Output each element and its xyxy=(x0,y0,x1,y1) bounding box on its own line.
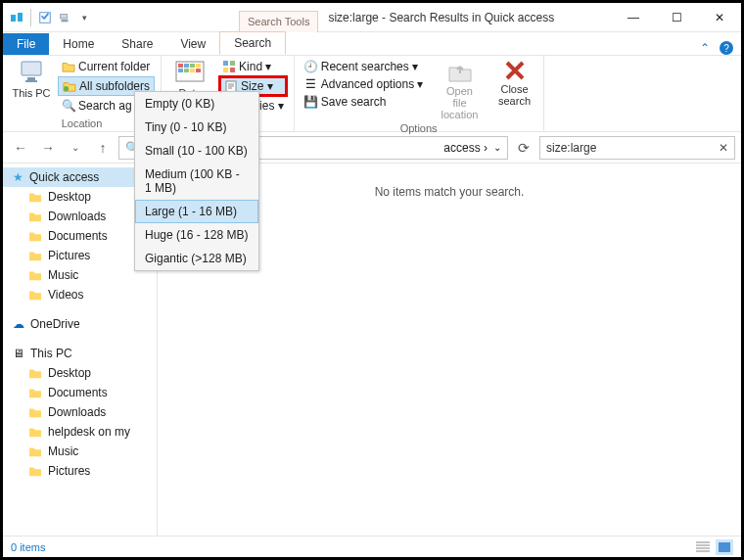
magnifier-icon: 🔍 xyxy=(62,99,75,113)
clock-icon: 🕘 xyxy=(304,60,318,73)
tab-share[interactable]: Share xyxy=(108,33,166,55)
size-option-medium[interactable]: Medium (100 KB - 1 MB) xyxy=(135,163,258,200)
titlebar: ▾ Search Tools size:large - Search Resul… xyxy=(3,3,741,32)
content-area: ★ Quick access Desktop📌 Downloads📌 Docum… xyxy=(3,163,741,536)
current-folder-button[interactable]: Current folder xyxy=(58,58,155,75)
svg-rect-17 xyxy=(196,69,201,72)
svg-rect-7 xyxy=(25,80,37,82)
svg-rect-19 xyxy=(230,61,235,66)
empty-results-text: No items match your search. xyxy=(375,185,525,199)
size-option-large[interactable]: Large (1 - 16 MB) xyxy=(135,200,258,223)
sidebar-item-pc-desktop[interactable]: Desktop xyxy=(3,363,157,383)
back-button[interactable]: ← xyxy=(9,136,32,160)
close-window-button[interactable]: ✕ xyxy=(698,3,741,32)
size-dropdown-menu: Empty (0 KB) Tiny (0 - 10 KB) Small (10 … xyxy=(134,91,259,271)
thumbnails-view-button[interactable] xyxy=(716,539,733,555)
forward-button: → xyxy=(36,136,60,160)
svg-rect-11 xyxy=(184,64,189,68)
star-icon: ★ xyxy=(13,170,23,184)
cloud-icon: ☁ xyxy=(13,317,24,331)
separator xyxy=(30,9,31,26)
svg-rect-0 xyxy=(11,15,16,22)
recent-searches-button[interactable]: 🕘 Recent searches ▾ xyxy=(301,58,428,75)
sidebar-item-onedrive[interactable]: ☁OneDrive xyxy=(3,314,157,334)
svg-point-8 xyxy=(64,86,69,91)
list-icon: ☰ xyxy=(304,77,318,91)
svg-rect-21 xyxy=(230,68,235,72)
size-option-empty[interactable]: Empty (0 KB) xyxy=(135,92,258,116)
window-title: size:large - Search Results in Quick acc… xyxy=(328,11,612,24)
size-option-gigantic[interactable]: Gigantic (>128 MB) xyxy=(135,247,258,270)
collapse-ribbon-icon[interactable]: ⌃ xyxy=(700,41,710,55)
svg-rect-14 xyxy=(178,69,183,72)
window-controls: — ☐ ✕ xyxy=(612,3,741,32)
size-option-small[interactable]: Small (10 - 100 KB) xyxy=(135,139,258,163)
group-location-label: Location xyxy=(9,117,155,131)
open-loc-label: Open file location xyxy=(440,85,481,120)
svg-rect-6 xyxy=(27,77,35,80)
sidebar-item-pc-pictures[interactable]: Pictures xyxy=(3,461,157,481)
properties-icon[interactable] xyxy=(37,10,53,25)
sidebar-item-this-pc[interactable]: 🖥This PC xyxy=(3,344,157,363)
svg-rect-10 xyxy=(178,64,183,68)
item-count: 0 items xyxy=(11,541,45,553)
close-search-label: Close search xyxy=(494,83,535,107)
help-icon[interactable]: ? xyxy=(720,41,733,55)
group-options: 🕘 Recent searches ▾ ☰ Advanced options ▾… xyxy=(295,56,544,131)
sidebar-item-pc-documents[interactable]: Documents xyxy=(3,383,157,402)
save-search-button[interactable]: 💾 Save search xyxy=(301,93,428,111)
ribbon: This PC Current folder All subfolders 🔍 … xyxy=(3,56,741,132)
up-button[interactable]: ↑ xyxy=(91,136,115,160)
advanced-options-button[interactable]: ☰ Advanced options ▾ xyxy=(301,75,428,93)
svg-rect-23 xyxy=(719,542,730,552)
svg-rect-13 xyxy=(196,64,201,68)
maximize-button[interactable]: ☐ xyxy=(655,3,698,32)
explorer-icon xyxy=(9,10,24,25)
tab-search[interactable]: Search xyxy=(219,31,286,55)
this-pc-button[interactable]: This PC xyxy=(9,58,54,115)
svg-rect-15 xyxy=(184,69,189,72)
refresh-button[interactable]: ⟳ xyxy=(512,136,535,160)
tab-view[interactable]: View xyxy=(166,33,219,55)
svg-rect-1 xyxy=(18,13,23,22)
group-options-label: Options xyxy=(301,122,537,136)
svg-rect-18 xyxy=(223,61,228,66)
sidebar-item-pc-downloads[interactable]: Downloads xyxy=(3,402,157,422)
svg-rect-5 xyxy=(22,62,41,75)
save-icon: 💾 xyxy=(304,95,318,109)
clear-search-icon[interactable]: ✕ xyxy=(719,141,728,155)
sidebar-item-pc-music[interactable]: Music xyxy=(3,442,157,461)
this-pc-label: This PC xyxy=(12,87,50,99)
open-file-location-button: Open file location xyxy=(438,58,483,122)
svg-rect-16 xyxy=(190,69,195,72)
search-tools-context-tab: Search Tools xyxy=(239,11,318,32)
details-view-button[interactable] xyxy=(694,539,712,555)
ribbon-tabs: File Home Share View Search ⌃ ? xyxy=(3,32,741,56)
minimize-button[interactable]: — xyxy=(612,3,655,32)
recent-locations-button[interactable]: ⌄ xyxy=(64,136,87,160)
search-box[interactable]: size:large ✕ xyxy=(539,136,735,160)
tab-file[interactable]: File xyxy=(3,33,49,55)
kind-button[interactable]: Kind ▾ xyxy=(218,58,288,75)
pc-icon: 🖥 xyxy=(13,347,24,360)
new-folder-icon[interactable] xyxy=(57,10,72,25)
close-search-button[interactable]: Close search xyxy=(492,58,537,122)
search-text: size:large xyxy=(546,141,596,155)
nav-toolbar: ← → ⌄ ↑ 🔍 access › ⌄ ⟳ size:large ✕ xyxy=(3,132,741,163)
sidebar-item-videos[interactable]: Videos xyxy=(3,285,157,304)
svg-rect-12 xyxy=(190,64,195,68)
svg-rect-20 xyxy=(223,68,228,72)
size-option-tiny[interactable]: Tiny (0 - 10 KB) xyxy=(135,116,258,139)
status-bar: 0 items xyxy=(3,536,741,557)
svg-rect-4 xyxy=(62,19,69,22)
sidebar-item-pc-helpdesk[interactable]: helpdesk on my xyxy=(3,422,157,442)
qat-dropdown-icon[interactable]: ▾ xyxy=(76,10,92,25)
tab-home[interactable]: Home xyxy=(49,33,108,55)
explorer-window: ▾ Search Tools size:large - Search Resul… xyxy=(0,0,744,560)
size-option-huge[interactable]: Huge (16 - 128 MB) xyxy=(135,223,258,247)
svg-rect-3 xyxy=(61,14,68,18)
quick-access-toolbar: ▾ xyxy=(3,9,98,26)
